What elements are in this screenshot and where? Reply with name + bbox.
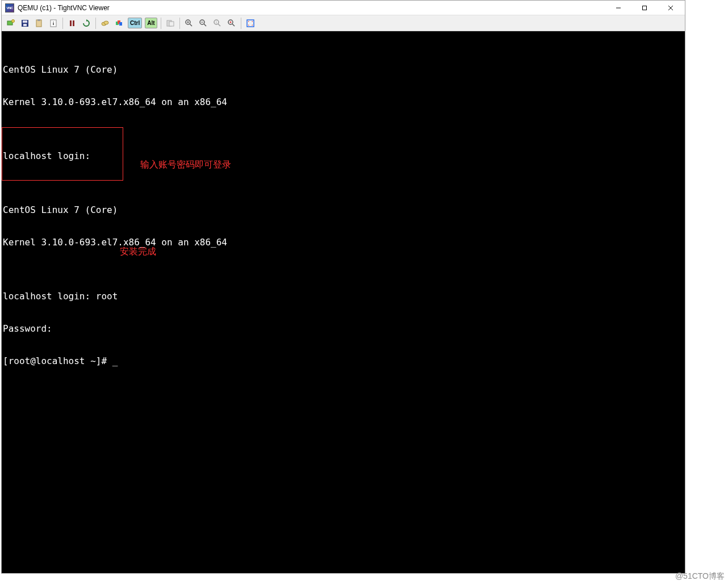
zoom-in-button[interactable]	[182, 16, 196, 30]
fullscreen-button[interactable]	[244, 16, 257, 30]
svg-point-17	[104, 21, 108, 24]
svg-marker-38	[252, 21, 253, 22]
zoom-auto-button[interactable]	[225, 16, 239, 30]
svg-rect-7	[23, 20, 27, 23]
terminal-line: Kernel 3.10.0-693.el7.x86_64 on an x86_6…	[2, 97, 685, 107]
terminal-line: localhost login:	[2, 151, 685, 161]
window-controls	[605, 1, 684, 15]
terminal-line: Kernel 3.10.0-693.el7.x86_64 on an x86_6…	[2, 237, 685, 248]
close-button[interactable]	[658, 1, 684, 15]
ctrl-esc-button[interactable]	[112, 16, 126, 30]
toolbar: i Ctrl Alt 1	[2, 15, 685, 31]
svg-line-34	[232, 24, 235, 26]
minimize-button[interactable]	[605, 1, 631, 15]
svg-marker-39	[248, 24, 249, 26]
terminal-viewport[interactable]: CentOS Linux 7 (Core) Kernel 3.10.0-693.…	[2, 31, 685, 573]
ctrl-key-button[interactable]: Ctrl	[127, 16, 143, 30]
terminal-line: Password:	[2, 323, 685, 334]
annotation-done: 安装完成	[120, 246, 156, 257]
zoom-100-button[interactable]: 1	[211, 16, 224, 30]
annotation-login-hint: 输入账号密码即可登录	[140, 159, 231, 170]
svg-rect-20	[119, 22, 122, 26]
file-transfer-button[interactable]	[164, 16, 177, 30]
svg-line-31	[218, 24, 220, 26]
svg-point-5	[12, 19, 15, 22]
svg-text:1: 1	[215, 20, 217, 24]
terminal-line: CentOS Linux 7 (Core)	[2, 64, 685, 75]
toolbar-separator	[241, 18, 241, 29]
window-title: QEMU (c1) - TightVNC Viewer	[18, 4, 605, 12]
svg-rect-14	[73, 20, 74, 26]
vnc-viewer-window: QEMU (c1) - TightVNC Viewer i	[1, 0, 685, 574]
svg-line-28	[204, 24, 206, 26]
options-button[interactable]	[32, 16, 46, 30]
new-connection-button[interactable]	[4, 16, 18, 30]
svg-marker-40	[252, 24, 253, 26]
zoom-out-button[interactable]	[196, 16, 210, 30]
toolbar-separator	[161, 18, 161, 29]
save-button[interactable]	[18, 16, 32, 30]
connection-info-button[interactable]: i	[47, 16, 60, 30]
terminal-line: CentOS Linux 7 (Core)	[2, 204, 685, 215]
svg-rect-13	[70, 20, 72, 26]
alt-key-label: Alt	[145, 18, 157, 28]
toolbar-separator	[95, 18, 96, 29]
refresh-button[interactable]	[80, 16, 93, 30]
svg-point-35	[229, 21, 231, 23]
svg-marker-37	[248, 21, 249, 22]
toolbar-separator	[62, 18, 63, 29]
ctrl-alt-del-button[interactable]	[98, 16, 112, 30]
watermark: @51CTO博客	[675, 571, 725, 582]
svg-line-24	[190, 24, 192, 26]
alt-key-button[interactable]: Alt	[144, 16, 158, 30]
toolbar-separator	[179, 18, 180, 29]
svg-rect-8	[23, 24, 27, 26]
svg-rect-10	[37, 19, 40, 21]
svg-rect-36	[247, 20, 254, 27]
svg-rect-22	[169, 22, 174, 26]
terminal-line: localhost login: root	[2, 291, 685, 302]
pause-button[interactable]	[65, 16, 79, 30]
terminal-line: [root@localhost ~]# _	[2, 356, 685, 366]
maximize-button[interactable]	[631, 1, 658, 15]
titlebar: QEMU (c1) - TightVNC Viewer	[2, 1, 685, 15]
ctrl-key-label: Ctrl	[128, 18, 142, 28]
svg-rect-1	[643, 6, 647, 10]
app-icon	[5, 3, 14, 12]
